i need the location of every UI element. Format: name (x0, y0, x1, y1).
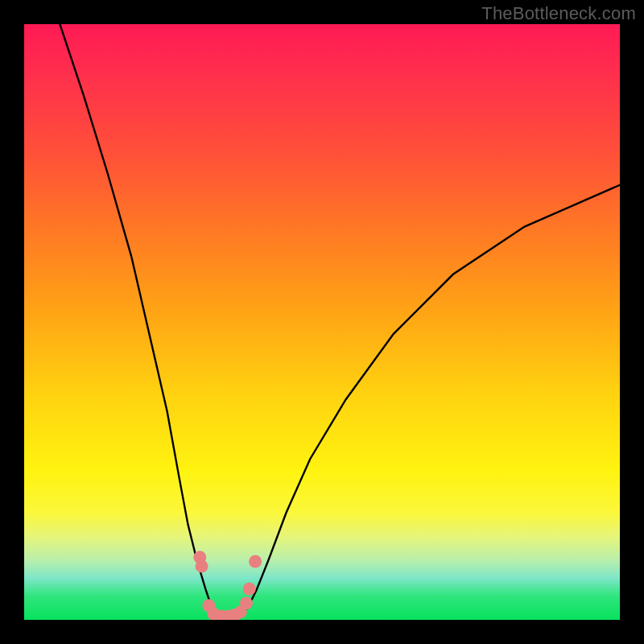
curve-right-branch (238, 185, 620, 615)
plot-area (24, 24, 620, 620)
curve-layer (24, 24, 620, 620)
data-marker (240, 597, 253, 609)
data-marker (196, 559, 208, 572)
outer-frame: TheBottleneck.com (0, 0, 644, 644)
data-marker (249, 555, 262, 568)
watermark-text: TheBottleneck.com (481, 3, 636, 24)
data-marker (243, 583, 256, 596)
curve-left-branch (60, 24, 217, 615)
